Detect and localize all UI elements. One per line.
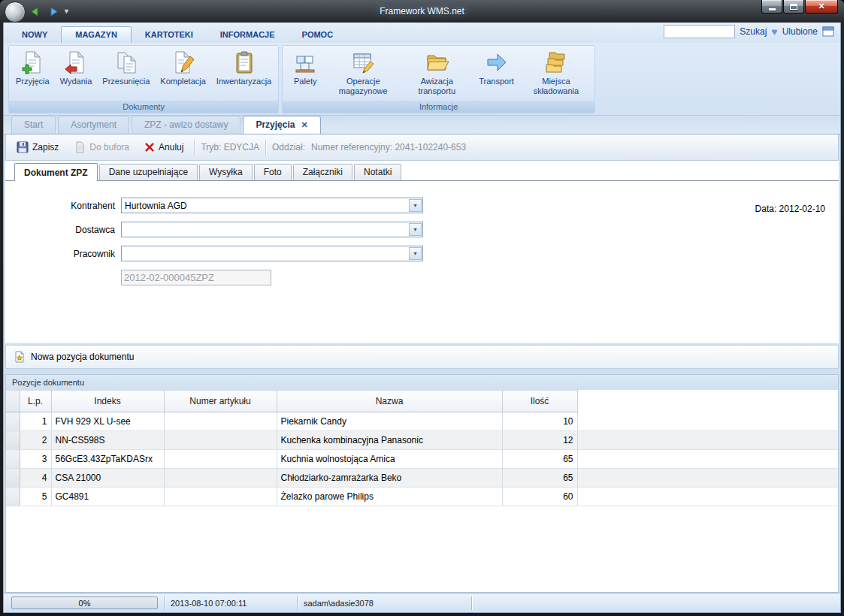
back-arrow-icon [30, 7, 42, 17]
table-cell[interactable] [164, 412, 277, 431]
table-row[interactable]: 1FVH 929 XL U-seePiekarnik Candy10 [6, 412, 838, 431]
row-filler [577, 488, 838, 506]
table-cell[interactable]: Kuchenka kombinacyjna Panasonic [277, 431, 502, 450]
table-cell[interactable]: 3 [20, 450, 51, 469]
table-cell[interactable]: 4 [20, 469, 51, 488]
maximize-button[interactable] [783, 0, 804, 14]
title-bar[interactable]: ▼ Framework WMS.net ✕ [3, 0, 841, 23]
statusbar-user: sadam\adasie3078 [304, 599, 465, 608]
tab-zalaczniki[interactable]: Załączniki [293, 164, 352, 180]
row-selector[interactable] [6, 431, 20, 450]
tab-wysylka[interactable]: Wysyłka [199, 164, 253, 180]
table-cell[interactable]: Kuchnia wolnostojąca Amica [277, 450, 502, 469]
ribbon-tab-bar: NOWY MAGAZYN KARTOTEKI INFORMACJE POMOC … [4, 23, 840, 43]
close-button[interactable]: ✕ [805, 0, 838, 14]
column-header-ilosc[interactable]: Ilość [502, 391, 577, 412]
table-header-row: L.p. Indeks Numer artykułu Nazwa Ilość [6, 391, 838, 412]
row-selector[interactable] [6, 488, 20, 506]
doc-tab-przyjecia[interactable]: Przyjęcia ✕ [243, 116, 320, 134]
pracownik-combobox[interactable]: ▼ [121, 246, 423, 261]
tab-dane-uzupelniajace[interactable]: Dane uzupełniające [99, 164, 198, 180]
kontrahent-label: Kontrahent [32, 201, 115, 211]
table-cell[interactable]: FVH 929 XL U-see [51, 412, 164, 431]
table-cell[interactable] [164, 488, 277, 506]
table-cell[interactable]: 56GcE3.43ZpTaKDASrx [51, 450, 164, 469]
search-input[interactable] [664, 25, 735, 38]
chevron-down-icon[interactable]: ▼ [409, 247, 422, 260]
new-position-button[interactable]: Nowa pozycja dokumentu [31, 352, 134, 362]
forward-button[interactable] [45, 5, 60, 17]
positions-table: L.p. Indeks Numer artykułu Nazwa Ilość 1… [6, 390, 838, 506]
table-row[interactable]: 5GC4891Żelazko parowe Philips60 [6, 488, 838, 506]
chevron-down-icon[interactable]: ▼ [409, 223, 422, 236]
document-date-label: Data: 2012-02-10 [755, 204, 825, 214]
ribbon-button-inwentaryzacja[interactable]: Inwentaryzacja [211, 47, 277, 101]
ribbon-button-awizacja-transportu[interactable]: Awizacja transportu [400, 47, 473, 101]
close-tab-icon[interactable]: ✕ [301, 120, 307, 130]
doc-tab-zpz-awizo[interactable]: ZPZ - awizo dostawy [132, 116, 240, 134]
tab-magazyn[interactable]: MAGAZYN [61, 26, 132, 43]
table-cell[interactable]: 60 [502, 488, 577, 506]
search-button[interactable]: Szukaj [740, 26, 767, 37]
table-row[interactable]: 356GcE3.43ZpTaKDASrxKuchnia wolnostojąca… [6, 450, 838, 469]
ribbon-button-przyjecia[interactable]: Przyjęcia [11, 47, 55, 101]
ribbon-button-palety[interactable]: Palety [284, 47, 326, 101]
tab-pomoc[interactable]: POMOC [289, 27, 347, 43]
buffer-button[interactable]: Do bufora [69, 139, 134, 156]
table-cell[interactable]: Żelazko parowe Philips [277, 488, 502, 506]
tab-foto[interactable]: Foto [254, 164, 292, 180]
ribbon-button-kompletacja[interactable]: Kompletacja [155, 47, 211, 101]
tab-dokument-zpz[interactable]: Dokument ZPZ [14, 163, 98, 181]
row-selector[interactable] [6, 450, 20, 469]
table-cell[interactable] [164, 469, 277, 488]
minimize-button[interactable] [761, 0, 782, 14]
column-header-numer-artykulu[interactable]: Numer artykułu [164, 391, 277, 412]
doc-tab-asortyment[interactable]: Asortyment [58, 116, 129, 134]
kontrahent-combobox[interactable]: Hurtownia AGD ▼ [121, 198, 423, 213]
table-cell[interactable]: 10 [502, 412, 577, 431]
chevron-down-icon[interactable]: ▼ [63, 8, 70, 15]
ribbon-button-wydania[interactable]: Wydania [55, 47, 98, 101]
row-selector[interactable] [6, 469, 20, 488]
column-header-indeks[interactable]: Indeks [51, 391, 164, 412]
favorites-button[interactable]: Ulubione [782, 26, 818, 37]
table-row[interactable]: 4CSA 21000Chłodziarko-zamrażarka Beko65 [6, 469, 838, 488]
cancel-button[interactable]: Anuluj [140, 140, 188, 155]
table-cell[interactable]: 12 [502, 431, 577, 450]
column-header-lp[interactable]: L.p. [20, 391, 51, 412]
doc-pencil-icon [171, 50, 195, 75]
back-button[interactable] [29, 5, 44, 17]
table-cell[interactable]: 65 [502, 450, 577, 469]
app-orb-button[interactable] [5, 2, 26, 23]
tab-nowy[interactable]: NOWY [8, 27, 61, 43]
content-frame: Zapisz Do bufora Anuluj Tryb: EDYCJA Odd… [4, 134, 840, 593]
panel-icon[interactable] [822, 26, 834, 37]
ribbon-button-label: Operacje magazynowe [331, 77, 395, 95]
column-header-nazwa[interactable]: Nazwa [277, 391, 502, 412]
ribbon-button-miejsca-skladowania[interactable]: Miejsca składowania [519, 47, 593, 101]
table-cell[interactable]: Chłodziarko-zamrażarka Beko [277, 469, 502, 488]
row-selector[interactable] [6, 412, 20, 431]
table-cell[interactable]: Piekarnik Candy [277, 412, 502, 431]
table-cell[interactable] [164, 450, 277, 469]
table-cell[interactable]: 2 [20, 431, 51, 450]
save-button[interactable]: Zapisz [12, 139, 63, 156]
ribbon-button-transport[interactable]: Transport [473, 47, 519, 101]
table-row[interactable]: 2NN-CS598SKuchenka kombinacyjna Panasoni… [6, 431, 838, 450]
table-cell[interactable]: 1 [20, 412, 51, 431]
table-cell[interactable]: GC4891 [51, 488, 164, 506]
ribbon-button-przesuniecia[interactable]: Przesunięcia [97, 47, 155, 101]
table-cell[interactable]: CSA 21000 [51, 469, 164, 488]
tab-informacje[interactable]: INFORMACJE [207, 27, 289, 43]
ribbon-button-operacje-magazynowe[interactable]: Operacje magazynowe [326, 47, 400, 101]
tab-kartoteki[interactable]: KARTOTEKI [132, 27, 207, 43]
tab-notatki[interactable]: Notatki [354, 164, 401, 180]
doc-tab-start[interactable]: Start [11, 116, 56, 134]
heart-icon: ♥ [771, 26, 777, 37]
table-cell[interactable]: 5 [20, 488, 51, 506]
table-cell[interactable] [164, 431, 277, 450]
chevron-down-icon[interactable]: ▼ [409, 199, 422, 212]
table-cell[interactable]: NN-CS598S [51, 431, 164, 450]
dostawca-combobox[interactable]: ▼ [121, 222, 423, 237]
table-cell[interactable]: 65 [502, 469, 577, 488]
